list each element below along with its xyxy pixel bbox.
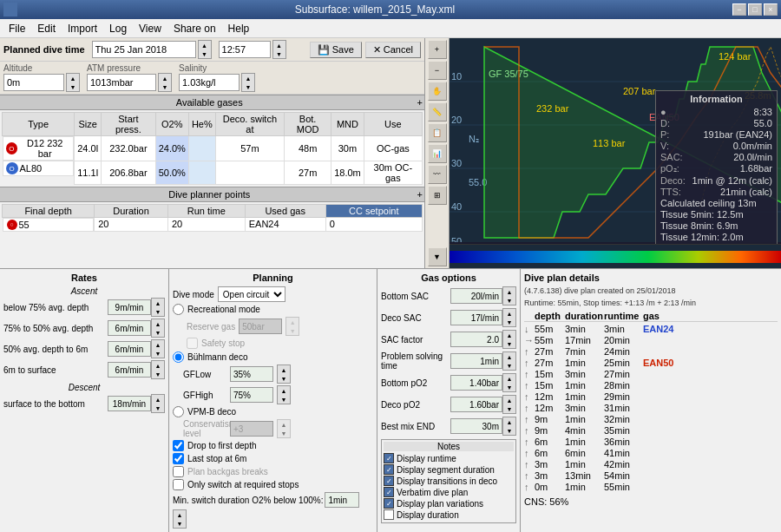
save-button[interactable]: 💾 Save (310, 42, 362, 58)
problem-solving-input[interactable] (450, 353, 502, 369)
menu-import[interactable]: Import (62, 21, 102, 36)
deco-sac-spinner[interactable]: ▲ ▼ (502, 308, 516, 327)
close-button[interactable]: × (764, 3, 778, 16)
bottom-po2-spinner[interactable]: ▲ ▼ (502, 373, 516, 392)
dive-time-input[interactable] (219, 41, 271, 58)
min-switch-input[interactable] (325, 492, 359, 508)
min-switch-label: Min. switch duration O2% below 100%: (173, 496, 323, 505)
time-up[interactable]: ▲ (273, 41, 285, 49)
gf-low-spinner[interactable]: ▲ ▼ (277, 365, 291, 384)
date-up[interactable]: ▲ (199, 41, 211, 49)
backgas-check[interactable] (173, 466, 184, 477)
bottom-sac-spinner[interactable]: ▲ ▼ (502, 286, 516, 305)
rate-input-2[interactable] (108, 320, 151, 336)
hand-icon[interactable]: ✋ (428, 82, 447, 101)
buhlmann-radio[interactable] (173, 351, 184, 363)
note-variations-check[interactable]: ✓ (384, 498, 394, 509)
plan-icon[interactable]: 📋 (428, 123, 447, 142)
note-segment-check[interactable]: ✓ (384, 464, 394, 475)
deco-po2-spinner[interactable]: ▲ ▼ (502, 395, 516, 414)
best-mix-input[interactable] (450, 418, 502, 434)
run-8: 32min (604, 414, 643, 424)
rate-spinner-1[interactable]: ▲ ▼ (151, 298, 165, 317)
measure-icon[interactable]: 📏 (428, 102, 447, 122)
descent-input[interactable] (108, 396, 151, 411)
atm-pressure-spinner[interactable]: ▲ ▼ (158, 73, 172, 92)
save-icon: 💾 (318, 44, 330, 56)
salinity-input[interactable] (179, 74, 240, 91)
bottom-sac-input[interactable] (450, 288, 502, 304)
gf-high-spinner[interactable]: ▲ ▼ (277, 385, 291, 404)
rate-spinner-2[interactable]: ▲ ▼ (151, 319, 165, 338)
menu-file[interactable]: File (3, 21, 30, 36)
depth-11: 6m (535, 448, 565, 458)
dive-mode-select[interactable]: Open circuit (218, 286, 285, 302)
rate-spinner-3[interactable]: ▲ ▼ (151, 339, 165, 358)
note-runtime-check[interactable]: ✓ (384, 453, 394, 463)
deco-po2-input[interactable] (450, 397, 502, 412)
menu-edit[interactable]: Edit (32, 21, 61, 36)
sac-factor-spinner[interactable]: ▲ ▼ (502, 330, 516, 349)
date-down[interactable]: ▼ (199, 49, 211, 58)
dur-2: 7min (565, 346, 604, 357)
vpm-radio[interactable] (173, 406, 184, 417)
rate-input-3[interactable] (108, 341, 151, 357)
last-stop-check[interactable] (173, 453, 184, 464)
altitude-input[interactable] (3, 74, 64, 91)
descent-spinner[interactable]: ▲ ▼ (151, 394, 165, 413)
filter-icon[interactable]: ⊞ (428, 186, 447, 205)
menu-share-on[interactable]: Share on (168, 21, 221, 36)
run-11: 41min (604, 448, 643, 458)
zoom-out-icon[interactable]: − (428, 61, 447, 80)
zoom-in-icon[interactable]: + (428, 40, 447, 59)
plan-row-10: ↑ 6m 1min 36min (524, 437, 778, 448)
run-2: 24min (604, 346, 643, 357)
maximize-button[interactable]: □ (748, 3, 762, 16)
rate-spinner-4[interactable]: ▲ ▼ (151, 360, 165, 379)
note-transitions-check[interactable]: ✓ (384, 476, 394, 486)
menu-log[interactable]: Log (104, 21, 132, 36)
menu-view[interactable]: View (134, 21, 167, 36)
descent-rate-row: surface to the bottom ▲ ▼ (3, 394, 165, 413)
recreational-radio[interactable] (173, 304, 184, 315)
drop-first-check[interactable] (173, 440, 184, 451)
best-mix-spinner[interactable]: ▲ ▼ (502, 417, 516, 436)
min-switch-spinner[interactable]: ▲ ▼ (173, 509, 187, 529)
altitude-spinner[interactable]: ▲ ▼ (66, 73, 80, 92)
only-switch-check[interactable] (173, 479, 184, 490)
time-spinner[interactable]: ▲ ▼ (272, 40, 286, 59)
expand-gases-icon[interactable]: + (417, 97, 423, 108)
expand-planner-icon[interactable]: + (417, 189, 423, 200)
note-segment: ✓ Display segment duration (384, 464, 514, 475)
arrow-0: ↓ (524, 324, 535, 334)
gf-low-input[interactable] (230, 366, 273, 382)
svg-text:207 bar: 207 bar (623, 86, 656, 96)
descent-label: surface to the bottom (3, 399, 108, 409)
deco-sac-input[interactable] (450, 310, 502, 325)
salinity-spinner[interactable]: ▲ ▼ (241, 73, 255, 92)
arrow-2: ↑ (524, 346, 535, 357)
time-down[interactable]: ▼ (273, 49, 285, 58)
minimize-button[interactable]: − (732, 3, 746, 16)
rate-input-1[interactable] (108, 299, 151, 315)
stats-icon[interactable]: 📊 (428, 144, 447, 163)
dive-date-input[interactable] (92, 41, 196, 58)
note-duration-check[interactable] (384, 509, 394, 520)
bottom-po2-input[interactable] (450, 375, 502, 391)
gas1-start-press: 232.0bar (102, 136, 156, 161)
gf-high-input[interactable] (230, 387, 273, 403)
rate-input-4[interactable] (108, 362, 151, 378)
problem-solving-spinner[interactable]: ▲ ▼ (502, 351, 516, 371)
sac-factor-input[interactable] (450, 332, 502, 347)
rates-panel: Rates Ascent below 75% avg. depth ▲ ▼ 75… (0, 269, 169, 532)
arrow-10: ↑ (524, 437, 535, 447)
scroll-down-icon[interactable]: ▼ (428, 247, 447, 266)
arrow-14: ↑ (524, 482, 535, 492)
note-verbatim-check[interactable]: ✓ (384, 487, 394, 497)
menu-help[interactable]: Help (223, 21, 255, 36)
gas1-mnd: 30m (331, 136, 364, 161)
date-spinner[interactable]: ▲ ▼ (198, 40, 212, 59)
atm-pressure-input[interactable] (87, 74, 156, 91)
graph-icon[interactable]: 〰 (428, 165, 447, 184)
cancel-button[interactable]: ✕ Cancel (365, 42, 421, 58)
